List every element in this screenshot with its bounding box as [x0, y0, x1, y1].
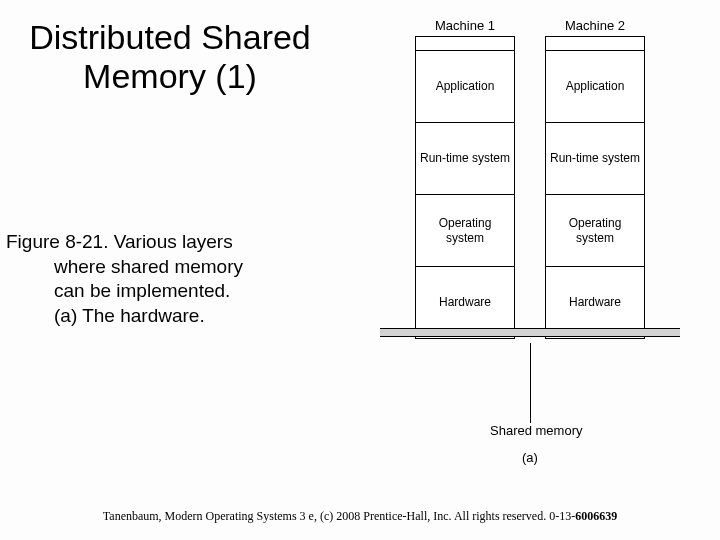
layer-stack: Application Run-time system Operating sy…: [415, 36, 515, 339]
caption-line: where shared memory: [6, 255, 336, 280]
figure-caption: Figure 8-21. Various layers where shared…: [6, 230, 336, 329]
layer-os: Operating system: [546, 195, 644, 267]
slide-title: Distributed Shared Memory (1): [10, 18, 330, 96]
layer-spacer: [416, 37, 514, 51]
layer-runtime: Run-time system: [416, 123, 514, 195]
footer-copyright: Tanenbaum, Modern Operating Systems 3 e,…: [0, 509, 720, 524]
leader-line: [530, 343, 531, 423]
caption-line: (a) The hardware.: [6, 304, 336, 329]
layer-application: Application: [416, 51, 514, 123]
machine-column: Machine 1 Application Run-time system Op…: [410, 18, 520, 339]
machine-label: Machine 2: [565, 18, 625, 33]
machine-label: Machine 1: [435, 18, 495, 33]
diagram: Machine 1 Application Run-time system Op…: [380, 18, 680, 339]
shared-memory-label: Shared memory: [490, 423, 582, 438]
machine-column: Machine 2 Application Run-time system Op…: [540, 18, 650, 339]
caption-line: can be implemented.: [6, 279, 336, 304]
caption-line: Figure 8-21. Various layers: [6, 231, 233, 252]
shared-memory-band: [380, 328, 680, 337]
layer-stack: Application Run-time system Operating sy…: [545, 36, 645, 339]
subfigure-label: (a): [522, 450, 538, 465]
layer-runtime: Run-time system: [546, 123, 644, 195]
layer-spacer: [546, 37, 644, 51]
footer-text: Tanenbaum, Modern Operating Systems 3 e,…: [103, 509, 575, 523]
layer-os: Operating system: [416, 195, 514, 267]
footer-isbn: 6006639: [575, 509, 617, 523]
layer-application: Application: [546, 51, 644, 123]
